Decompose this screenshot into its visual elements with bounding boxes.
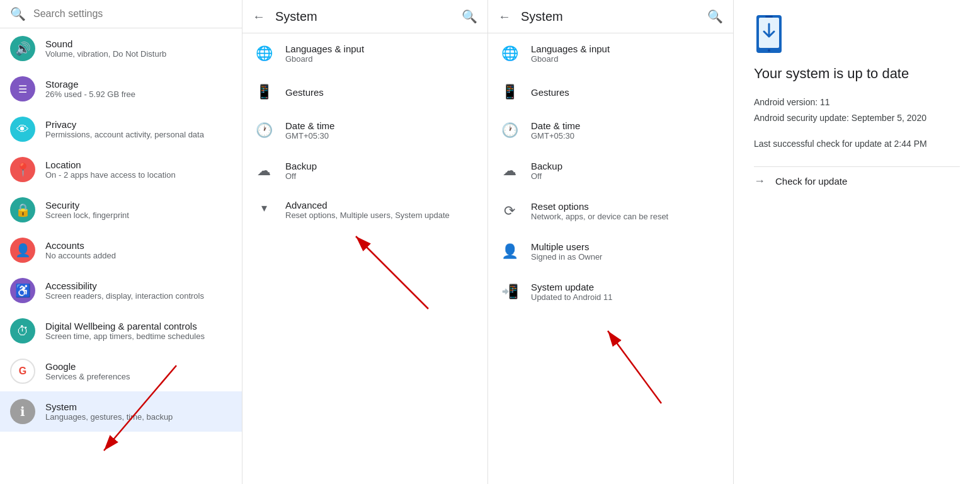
sidebar-item-sound[interactable]: 🔊 Sound Volume, vibration, Do Not Distur… bbox=[0, 28, 242, 69]
gestures2-icon: 📱 bbox=[501, 84, 518, 100]
sidebar-item-accounts[interactable]: 👤 Accounts No accounts added bbox=[0, 230, 242, 270]
multiusers-icon: 👤 bbox=[501, 243, 518, 260]
google-label: Google bbox=[45, 361, 130, 372]
search-input[interactable] bbox=[33, 8, 232, 20]
security-update-text: Android security update: September 5, 20… bbox=[754, 110, 960, 126]
last-check-text: Last successful check for update at 2:44… bbox=[754, 139, 960, 149]
backup2-label: Backup bbox=[531, 161, 562, 171]
panel2-list: 🌐 Languages & input Gboard 📱 Gestures 🕐 bbox=[488, 33, 733, 484]
sidebar-item-security[interactable]: 🔒 Security Screen lock, fingerprint bbox=[0, 190, 242, 230]
sidebar-item-digital[interactable]: ⏱ Digital Wellbeing & parental controls … bbox=[0, 311, 242, 351]
panel1-item-advanced[interactable]: ▾ Advanced Reset options, Multiple users… bbox=[242, 191, 487, 229]
panel1-list: 🌐 Languages & input Gboard 📱 Gestures 🕐 bbox=[242, 33, 487, 484]
panel1-item-gestures[interactable]: 📱 Gestures bbox=[242, 74, 487, 110]
panel2-item-gestures[interactable]: 📱 Gestures bbox=[488, 74, 733, 110]
datetime2-label: Date & time bbox=[531, 120, 580, 131]
panel2-item-sysupdate[interactable]: 📲 System update Updated to Android 11 bbox=[488, 272, 733, 312]
accounts-label: Accounts bbox=[45, 240, 116, 251]
system-sub: Languages, gestures, time, backup bbox=[45, 412, 173, 422]
datetime2-sub: GMT+05:30 bbox=[531, 131, 580, 141]
panel2-header: ← System 🔍 bbox=[488, 0, 733, 33]
advanced-sub: Reset options, Multiple users, System up… bbox=[285, 210, 475, 220]
search-icon: 🔍 bbox=[10, 6, 26, 21]
location-label: Location bbox=[45, 159, 176, 170]
backup2-icon: ☁ bbox=[501, 163, 518, 179]
globe-icon: 🌐 bbox=[255, 45, 273, 62]
sidebar-item-location[interactable]: 📍 Location On - 2 apps have access to lo… bbox=[0, 149, 242, 190]
gestures-icon: 📱 bbox=[255, 84, 273, 100]
accounts-sub: No accounts added bbox=[45, 251, 116, 260]
clock2-icon: 🕐 bbox=[501, 122, 518, 139]
datetime-label: Date & time bbox=[285, 120, 334, 131]
arrow-right-icon: → bbox=[754, 175, 765, 188]
panel2-back-icon[interactable]: ← bbox=[498, 9, 511, 24]
gestures2-label: Gestures bbox=[531, 87, 569, 98]
google-icon: G bbox=[10, 359, 35, 384]
panel2-item-reset[interactable]: ⟳ Reset options Network, apps, or device… bbox=[488, 191, 733, 231]
sound-icon: 🔊 bbox=[10, 36, 35, 61]
system-update-graphic-icon bbox=[754, 15, 784, 53]
globe2-icon: 🌐 bbox=[501, 45, 518, 62]
location-icon: 📍 bbox=[10, 157, 35, 182]
panel1-item-languages[interactable]: 🌐 Languages & input Gboard bbox=[242, 33, 487, 74]
update-icon-wrap bbox=[754, 15, 960, 55]
android-version-text: Android version: 11 bbox=[754, 95, 960, 110]
sidebar-item-system[interactable]: ℹ System Languages, gestures, time, back… bbox=[0, 391, 242, 432]
panel2-item-datetime[interactable]: 🕐 Date & time GMT+05:30 bbox=[488, 110, 733, 151]
datetime-sub: GMT+05:30 bbox=[285, 131, 334, 141]
sound-label: Sound bbox=[45, 38, 166, 49]
digital-label: Digital Wellbeing & parental controls bbox=[45, 321, 205, 331]
accounts-icon: 👤 bbox=[10, 238, 35, 263]
update-info: Android version: 11 Android security upd… bbox=[754, 95, 960, 126]
sysupdate-label: System update bbox=[531, 282, 612, 292]
storage-label: Storage bbox=[45, 79, 135, 89]
clock-icon: 🕐 bbox=[255, 122, 273, 139]
privacy-label: Privacy bbox=[45, 119, 204, 130]
panel2-title: System bbox=[521, 9, 697, 24]
sidebar-item-google[interactable]: G Google Services & preferences bbox=[0, 351, 242, 391]
storage-icon: ☰ bbox=[10, 76, 35, 101]
panel1-header: ← System 🔍 bbox=[242, 0, 487, 33]
security-label: Security bbox=[45, 200, 129, 210]
sidebar-list: 🔊 Sound Volume, vibration, Do Not Distur… bbox=[0, 28, 242, 484]
sidebar-item-privacy[interactable]: 👁 Privacy Permissions, account activity,… bbox=[0, 109, 242, 149]
security-sub: Screen lock, fingerprint bbox=[45, 210, 129, 220]
system-icon: ℹ bbox=[10, 399, 35, 424]
privacy-icon: 👁 bbox=[10, 117, 35, 142]
privacy-sub: Permissions, account activity, personal … bbox=[45, 130, 204, 139]
panel2-item-backup[interactable]: ☁ Backup Off bbox=[488, 151, 733, 191]
advanced-label: Advanced bbox=[285, 200, 475, 210]
panel1-item-backup[interactable]: ☁ Backup Off bbox=[242, 151, 487, 191]
panel2-item-languages[interactable]: 🌐 Languages & input Gboard bbox=[488, 33, 733, 74]
reset-label: Reset options bbox=[531, 201, 668, 212]
backup-icon: ☁ bbox=[255, 163, 273, 179]
storage-sub: 26% used - 5.92 GB free bbox=[45, 89, 135, 99]
sound-sub: Volume, vibration, Do Not Disturb bbox=[45, 49, 166, 59]
sysupdate-sub: Updated to Android 11 bbox=[531, 292, 612, 302]
security-icon: 🔒 bbox=[10, 197, 35, 222]
languages-label: Languages & input bbox=[285, 43, 364, 54]
svg-point-3 bbox=[768, 49, 770, 52]
panel1-item-datetime[interactable]: 🕐 Date & time GMT+05:30 bbox=[242, 110, 487, 151]
sidebar-item-storage[interactable]: ☰ Storage 26% used - 5.92 GB free bbox=[0, 69, 242, 109]
panel2-search-icon[interactable]: 🔍 bbox=[707, 9, 723, 24]
sidebar-item-accessibility[interactable]: ♿ Accessibility Screen readers, display,… bbox=[0, 270, 242, 311]
panel2: ← System 🔍 🌐 Languages & input Gboard 📱 … bbox=[488, 0, 734, 484]
gestures-label: Gestures bbox=[285, 87, 324, 98]
panel2-item-multiusers[interactable]: 👤 Multiple users Signed in as Owner bbox=[488, 231, 733, 272]
multiusers-sub: Signed in as Owner bbox=[531, 252, 602, 262]
panel1-search-icon[interactable]: 🔍 bbox=[462, 9, 477, 24]
sysupdate-icon: 📲 bbox=[501, 284, 518, 300]
backup-sub: Off bbox=[285, 171, 317, 181]
panel1-back-icon[interactable]: ← bbox=[253, 9, 265, 24]
check-for-update-row[interactable]: → Check for update bbox=[754, 166, 960, 195]
reset-icon: ⟳ bbox=[501, 203, 518, 219]
panel1-title: System bbox=[275, 9, 452, 24]
accessibility-label: Accessibility bbox=[45, 280, 204, 291]
check-update-label: Check for update bbox=[775, 176, 847, 187]
accessibility-icon: ♿ bbox=[10, 278, 35, 303]
backup2-sub: Off bbox=[531, 171, 562, 181]
reset-sub: Network, apps, or device can be reset bbox=[531, 212, 668, 221]
search-bar[interactable]: 🔍 bbox=[0, 0, 242, 28]
expand-icon: ▾ bbox=[255, 201, 273, 215]
